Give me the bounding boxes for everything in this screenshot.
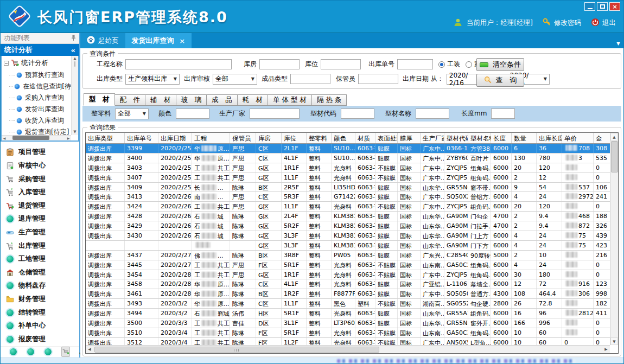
tree-item[interactable]: 采购入库查询	[4, 92, 71, 104]
out-type-select[interactable]: 生产领料出库▼	[125, 74, 180, 85]
scrollbar-thumb[interactable]	[611, 141, 618, 173]
scroll-right-icon[interactable]: ▶	[602, 347, 610, 352]
sidebar-module[interactable]: 出库管理	[6, 239, 79, 253]
sidebar-module[interactable]: 报废管理	[6, 333, 79, 346]
sidebar-module[interactable]: 项目管理	[6, 146, 79, 159]
tree-item[interactable]: 预算执行查询	[4, 69, 71, 81]
column-header[interactable]: 数量	[512, 133, 537, 143]
close-button[interactable]: ×	[609, 2, 620, 11]
table-row[interactable]: 调拨出库34242020/2/26工共工程严思G区1L1F整料光身料6063-T…	[86, 202, 610, 212]
material-tab[interactable]: 玻 璃	[176, 94, 207, 106]
warehouse-input[interactable]	[259, 59, 300, 69]
material-tab[interactable]: 配 件	[115, 94, 146, 106]
table-row[interactable]: 调拨出库34932020/3/2华原...陈琳C区1L1F整料黑色塑料不贴膜国标…	[86, 299, 610, 309]
column-header[interactable]: 整零料	[307, 133, 332, 143]
radio-jiazhuang[interactable]	[466, 61, 472, 68]
profile-code-input[interactable]	[341, 108, 374, 119]
column-header[interactable]: 表面处理	[375, 133, 398, 143]
material-tab[interactable]: 型 材	[84, 93, 115, 106]
table-row[interactable]: 调拨出库34612020/2/28华原...陈琳B区1R2F整料F8877FT6…	[86, 289, 610, 299]
module-dot-icon[interactable]	[44, 348, 52, 355]
sidebar-module[interactable]: 工地管理	[6, 252, 79, 266]
project-name-input[interactable]	[125, 59, 232, 69]
tree-item[interactable]: 收货入库查询	[4, 115, 71, 126]
material-tab[interactable]: 隔 热 条	[312, 94, 347, 106]
column-header[interactable]: 工程	[192, 133, 230, 143]
column-header[interactable]: 生产厂家	[421, 133, 444, 143]
sidebar-module[interactable]: 财务管理	[6, 292, 79, 306]
table-row[interactable]: G区3L3F整料KLM38176063-T5贴膜国标山东华...GA90M09.…	[86, 241, 610, 251]
table-row[interactable]: 调拨出库34582020/2/28华原...陈琳C区4L1F整料光身料6063-…	[86, 279, 610, 289]
grid-horizontal-scrollbar[interactable]: ◀ ▶	[86, 345, 610, 353]
table-row[interactable]: 调拨出库35002020/3/3工共工程曹佳D区3L1F整料LT3P606063…	[86, 318, 610, 328]
column-header[interactable]: 出库单号	[125, 133, 158, 143]
scroll-right-icon[interactable]: ▶	[66, 136, 71, 140]
sidebar-module[interactable]: 补单中心	[6, 319, 79, 333]
scrollbar-thumb[interactable]	[12, 136, 49, 140]
clear-conditions-button[interactable]: 清空条件	[476, 58, 524, 71]
sidebar-module[interactable]: 物料盘存	[6, 279, 79, 293]
table-row[interactable]: 调拨出库34452020/2/27工共工程严思F区5R1F整料光身料6063-T…	[86, 260, 610, 270]
keeper-input[interactable]	[358, 74, 398, 84]
table-row[interactable]: 调拨出库34282020/2/26石城陈琳G区2L4F整料KLM38176063…	[86, 212, 610, 221]
tab-home[interactable]: 起始页	[80, 33, 125, 48]
table-row[interactable]: 调拨出库34302020/2/26石城陈琳G区3L3F整料KLM38176063…	[86, 231, 610, 241]
tree-item[interactable]: 发货出库查询	[4, 104, 71, 115]
search-button[interactable]: 查 询	[476, 74, 524, 87]
profile-name-input[interactable]	[416, 108, 449, 119]
tab-shipment-outbound-query[interactable]: 发货出库查询 ×	[125, 33, 192, 48]
column-header[interactable]: 颜色	[332, 133, 355, 143]
tree-horizontal-scrollbar[interactable]: ◀ ▶	[2, 135, 71, 141]
sidebar-module[interactable]: 结转管理	[6, 306, 79, 320]
location-input[interactable]	[321, 59, 361, 69]
table-row[interactable]: 调拨出库35102020/3/4工共工程陈琳F区5R1F整料光身料6063-T5…	[86, 328, 610, 338]
scrollbar-thumb[interactable]	[94, 347, 379, 353]
scroll-down-icon[interactable]: ▼	[72, 129, 78, 135]
material-tab[interactable]: 成 品	[207, 94, 238, 106]
scroll-left-icon[interactable]: ◀	[86, 347, 93, 352]
tree-item[interactable]: 在途信息查询[待	[4, 81, 71, 92]
table-row[interactable]: 调拨出库35122020/3/4工共工程陈琳F区1L2F整料光身料6063-T5…	[86, 338, 610, 345]
scroll-up-icon[interactable]: ▲	[610, 133, 618, 141]
scroll-left-icon[interactable]: ◀	[2, 136, 7, 140]
tree-root-statistics[interactable]: 统计分析	[4, 58, 71, 69]
tab-overflow-icon[interactable]: ▼	[616, 41, 620, 46]
sidebar-module[interactable]: 入库管理	[6, 186, 79, 199]
logout-button[interactable]: 退出	[591, 18, 616, 28]
table-row[interactable]: 调拨出库34072020/2/25工共工程严思G区1L1F整料光身料6063-T…	[86, 173, 610, 183]
minimize-button[interactable]	[584, 2, 595, 11]
radio-gongzhuang[interactable]	[438, 61, 445, 68]
table-row[interactable]: 调拨出库34132020/2/26南...严思C区5R3F整料G71422606…	[86, 192, 610, 202]
tab-close-icon[interactable]: ×	[180, 37, 186, 45]
pin-icon[interactable]	[71, 35, 76, 42]
table-row[interactable]: 调拨出库34032020/2/25工共工程严思G区1R1F整料光身料6063-T…	[86, 163, 610, 173]
table-row[interactable]: 调拨出库34942020/3/2石辉城汤伟H区5R1F整料光身料6063-T5贴…	[86, 309, 610, 318]
table-row[interactable]: 调拨出库34092020/2/25长...陈琳B区2R5F整料LI35HD606…	[86, 183, 610, 193]
column-header[interactable]: 库房	[256, 133, 282, 143]
table-row[interactable]: 调拨出库34372020/2/27佛...陈琳B区3R8F整料PW056063-…	[86, 251, 610, 260]
maximize-button[interactable]	[597, 2, 608, 11]
sidebar-module[interactable]: 退库管理	[6, 213, 79, 226]
sidebar-module[interactable]: 仓储管理	[6, 266, 79, 279]
sidebar-module[interactable]: 生产管理	[6, 226, 79, 239]
table-row[interactable]: 调拨出库34002020/2/25华原...严思C区4L1F整料SU10...6…	[86, 154, 610, 163]
column-header[interactable]: 出库日期	[158, 133, 192, 143]
scrollbar-thumb[interactable]	[74, 61, 75, 67]
column-header[interactable]: 出库类型	[86, 133, 125, 143]
column-header[interactable]: 金	[594, 133, 610, 143]
column-header[interactable]: 单价	[562, 133, 594, 143]
change-password-button[interactable]: 修改密码	[543, 18, 581, 28]
cart-toolbar-button[interactable]	[61, 347, 70, 357]
product-type-input[interactable]	[290, 74, 330, 84]
scroll-down-icon[interactable]: ▼	[610, 337, 618, 345]
column-header[interactable]: 保管员	[230, 133, 256, 143]
grid-vertical-scrollbar[interactable]: ▲ ▼	[610, 133, 618, 345]
column-header[interactable]: 膜厚	[398, 133, 421, 143]
sidebar-module[interactable]: 退货管理	[6, 199, 79, 213]
column-header[interactable]: 长度	[491, 133, 512, 143]
table-row[interactable]: 调拨出库33992020/2/25华原...严思C区2L1F整料SU10...6…	[86, 144, 610, 154]
material-tab[interactable]: 单 体 型 材	[268, 94, 312, 106]
collapse-icon[interactable]: «	[71, 46, 75, 54]
whole-piece-select[interactable]: 全部▼	[115, 108, 149, 119]
module-dot-icon[interactable]	[10, 348, 17, 355]
